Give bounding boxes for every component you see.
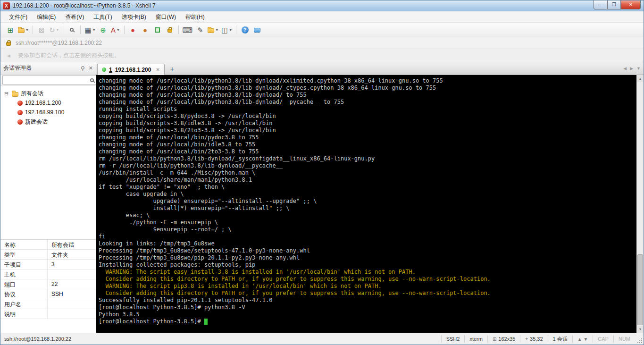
- minimize-button[interactable]: —: [594, 0, 607, 9]
- fullscreen-button[interactable]: [152, 24, 163, 35]
- terminal-line: changing mode of /usr/local/lib/python3.…: [99, 99, 634, 106]
- new-session-button[interactable]: ⊞: [5, 24, 16, 35]
- connected-indicator-icon: [102, 67, 106, 72]
- property-row: 端口22: [0, 279, 96, 289]
- session-search-input[interactable]: [2, 76, 98, 84]
- scroll-up-icon[interactable]: ▲: [637, 75, 644, 82]
- quick-connect-bar: ◄ 要添加当前会话，点击左侧的箭头按钮。: [0, 49, 644, 62]
- dropdown-arrow-icon[interactable]: ▼: [25, 28, 29, 32]
- tab-scroll-left-icon[interactable]: ◀: [623, 66, 627, 71]
- open-sessions-button[interactable]: ▼: [17, 24, 30, 35]
- scrollbar-thumb[interactable]: [637, 254, 643, 325]
- dropdown-arrow-icon[interactable]: ▼: [229, 28, 232, 32]
- reconnect-button[interactable]: ↻▼: [48, 24, 60, 35]
- status-text: 1 会话: [553, 336, 568, 343]
- tree-item-label: 所有会话: [21, 90, 43, 98]
- property-value: 文件夹: [48, 250, 96, 259]
- terminal-line: copying build/scripts-3.8/2to3-3.8 -> /u…: [99, 127, 634, 134]
- terminal-line: /usr/local/share/man/man1/python3.8.1: [99, 177, 634, 184]
- keypad-button[interactable]: ⌨: [182, 24, 194, 35]
- maximize-button[interactable]: ❐: [607, 0, 621, 9]
- tab-close-icon[interactable]: ✕: [156, 67, 159, 72]
- address-bar[interactable]: ssh://root******@192.168.1.200:22: [0, 37, 644, 49]
- status-text: 162x35: [498, 336, 515, 342]
- tree-item-session[interactable]: 192.168.99.100: [0, 108, 96, 117]
- dropdown-arrow-icon[interactable]: ▼: [117, 28, 120, 32]
- status-session-nav[interactable]: ▲ ▼: [572, 335, 593, 343]
- tab-scroll-right-icon[interactable]: ▶: [630, 66, 633, 71]
- property-key: 名称: [0, 240, 48, 249]
- new-terminal-button[interactable]: ▦▼: [84, 24, 96, 35]
- red-ball-icon: ●: [131, 26, 135, 34]
- collapse-icon[interactable]: ⊟: [4, 91, 9, 97]
- tab-list-icon[interactable]: ▼: [636, 66, 641, 71]
- terminal-line: esac; \: [99, 212, 634, 219]
- tree-item-session[interactable]: 192.168.1.200: [0, 98, 96, 108]
- compose-button[interactable]: ✎: [194, 24, 206, 35]
- property-row: 子项目3: [0, 260, 96, 269]
- status-bar: ssh://root@192.168.1.200:22 SSH2xterm⊞16…: [0, 333, 644, 345]
- menu-window[interactable]: 窗口(W): [151, 11, 181, 23]
- resize-grip[interactable]: [637, 338, 643, 344]
- status-text: SSH2: [446, 336, 460, 342]
- tab-controls: ◀ ▶ ▼: [623, 66, 641, 71]
- lock-icon: [6, 42, 11, 46]
- add-session-arrow-icon[interactable]: ◄: [6, 53, 11, 59]
- tab-label: 192.168.1.200: [115, 67, 151, 73]
- toolbar: ⊞▼⊠↻▼▦▼⊕A▼●●⌨✎▼◫▼?: [0, 23, 644, 37]
- terminal-line: Looking in links: /tmp/tmp3_6u8swe: [99, 240, 634, 247]
- menu-tabs[interactable]: 选项卡(B): [117, 11, 151, 23]
- find-button[interactable]: [66, 24, 77, 35]
- terminal-line: Installing collected packages: setuptool…: [99, 261, 634, 269]
- tab-session[interactable]: 1 192.168.1.200 ✕: [97, 64, 165, 75]
- dropdown-arrow-icon[interactable]: ▼: [215, 28, 218, 32]
- menu-file[interactable]: 文件(F): [4, 11, 32, 23]
- terminal-line: Python 3.8.5: [99, 311, 634, 318]
- font-color-icon: A: [111, 26, 116, 34]
- terminal-line: Processing /tmp/tmp3_6u8swe/setuptools-4…: [99, 247, 634, 254]
- pen-icon: ✎: [197, 26, 203, 34]
- menu-help[interactable]: 帮助(H): [181, 11, 209, 23]
- xagent-button[interactable]: ●: [127, 24, 139, 35]
- title-bar[interactable]: X 192.168.1.200 - root@localhost:~/Pytho…: [0, 0, 644, 11]
- dropdown-arrow-icon[interactable]: ▼: [92, 28, 96, 32]
- arrange-windows-button[interactable]: ◫▼: [220, 24, 233, 35]
- new-tab-button[interactable]: +: [167, 65, 177, 74]
- tree-item-label: 新建会话: [25, 118, 48, 126]
- terminal-line: /usr/bin/install -c -m 644 ./Misc/python…: [99, 169, 634, 177]
- menu-view[interactable]: 查看(V): [60, 11, 89, 23]
- pin-icon[interactable]: ⚲: [81, 65, 85, 72]
- help-button[interactable]: ?: [239, 24, 251, 35]
- menu-tools[interactable]: 工具(T): [89, 11, 117, 23]
- session-icon: [17, 101, 23, 106]
- terminal-line: rm /usr/local/lib/python3.8/lib-dynload/…: [99, 155, 634, 162]
- disconnect-icon: ⊠: [39, 26, 45, 34]
- menu-edit[interactable]: 编辑(E): [32, 11, 60, 23]
- close-button[interactable]: ✕: [621, 0, 641, 9]
- panel-close-icon[interactable]: ✕: [89, 65, 93, 72]
- dropdown-arrow-icon[interactable]: ▼: [56, 28, 59, 32]
- file-transfer-button[interactable]: ▼: [207, 24, 219, 35]
- terminal-line: copying build/scripts-3.8/idle3.8 -> /us…: [99, 120, 634, 127]
- feedback-button[interactable]: [251, 24, 263, 35]
- terminal[interactable]: changing mode of /usr/local/lib/python3.…: [96, 75, 644, 333]
- property-key: 用户名: [0, 299, 48, 309]
- disconnect-button[interactable]: ⊠: [36, 24, 47, 35]
- session-manager-header: 会话管理器 ⚲ ✕: [0, 62, 96, 75]
- xftp-button[interactable]: ●: [140, 24, 151, 35]
- grid-size-icon: ⊞: [493, 337, 496, 342]
- tree-item-all-sessions[interactable]: ⊟所有会话: [0, 89, 96, 98]
- scroll-down-icon[interactable]: ▼: [637, 326, 644, 333]
- lock-screen-button[interactable]: [164, 24, 176, 35]
- web-browser-button[interactable]: ⊕: [98, 24, 109, 35]
- appearance-button[interactable]: A▼: [110, 24, 121, 35]
- toolbar-separator: [80, 25, 81, 34]
- tile-windows-icon: ◫: [221, 26, 228, 34]
- terminal-line: changing mode of /usr/local/bin/idle3.8 …: [99, 141, 634, 148]
- property-key: 类型: [0, 250, 48, 259]
- status-text: xterm: [469, 336, 483, 342]
- search-icon: [70, 28, 74, 32]
- terminal-line: if test "xupgrade" != "xno" ; then \: [99, 184, 634, 191]
- terminal-scrollbar[interactable]: ▲ ▼: [636, 75, 644, 333]
- tree-item-session[interactable]: 新建会话: [0, 117, 96, 126]
